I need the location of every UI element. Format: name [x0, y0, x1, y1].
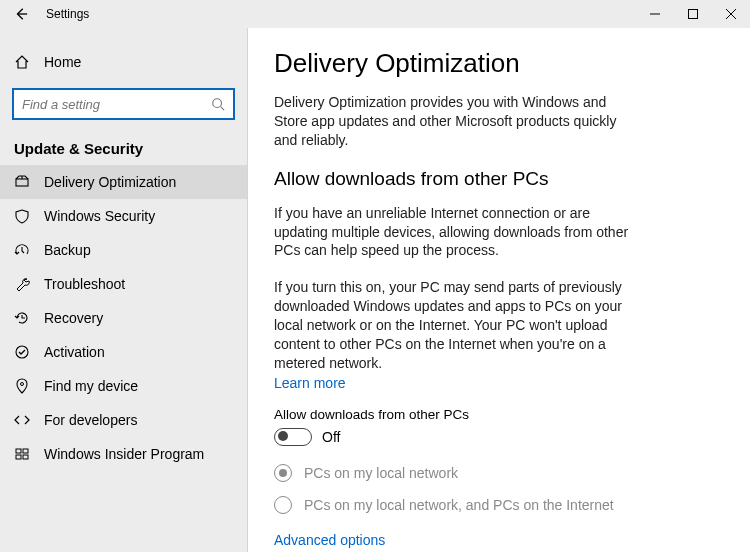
svg-rect-2 [16, 179, 28, 186]
sidebar-item-label: Troubleshoot [44, 276, 125, 292]
svg-point-4 [21, 383, 24, 386]
home-label: Home [44, 54, 81, 70]
advanced-options-link[interactable]: Advanced options [274, 532, 724, 548]
settings-window: Settings Home [0, 0, 750, 552]
sidebar-item-label: Backup [44, 242, 91, 258]
back-button[interactable] [14, 7, 28, 21]
sidebar-item-label: Windows Insider Program [44, 446, 204, 462]
sidebar-item-label: Delivery Optimization [44, 174, 176, 190]
search-input[interactable] [22, 97, 211, 112]
svg-rect-8 [23, 455, 28, 459]
svg-point-3 [16, 346, 28, 358]
home-icon [14, 54, 30, 70]
svg-rect-0 [689, 10, 698, 19]
sidebar-item-find-my-device[interactable]: Find my device [0, 369, 247, 403]
sidebar-item-windows-security[interactable]: Windows Security [0, 199, 247, 233]
titlebar: Settings [0, 0, 750, 28]
window-title: Settings [46, 7, 89, 21]
main-panel: Delivery Optimization Delivery Optimizat… [248, 28, 750, 552]
window-controls [636, 0, 750, 28]
search-container [0, 78, 247, 128]
allow-downloads-toggle[interactable] [274, 428, 312, 446]
intro-text: Delivery Optimization provides you with … [274, 93, 634, 150]
titlebar-left: Settings [0, 7, 89, 21]
backup-icon [14, 242, 30, 258]
home-nav[interactable]: Home [0, 46, 247, 78]
arrow-left-icon [14, 7, 28, 21]
sidebar-item-label: Activation [44, 344, 105, 360]
sidebar-item-activation[interactable]: Activation [0, 335, 247, 369]
search-box[interactable] [12, 88, 235, 120]
svg-rect-7 [16, 455, 21, 459]
radio-option-internet[interactable]: PCs on my local network, and PCs on the … [274, 496, 724, 514]
svg-point-1 [213, 99, 222, 108]
wrench-icon [14, 276, 30, 292]
location-icon [14, 378, 30, 394]
paragraph-1: If you have an unreliable Internet conne… [274, 204, 634, 261]
content-row: Home Update & Security Delivery Optimiza… [0, 28, 750, 552]
sidebar-item-troubleshoot[interactable]: Troubleshoot [0, 267, 247, 301]
check-icon [14, 344, 30, 360]
close-button[interactable] [712, 0, 750, 28]
learn-more-link[interactable]: Learn more [274, 375, 346, 391]
nav-list: Delivery Optimization Windows Security B… [0, 165, 247, 471]
toggle-state-text: Off [322, 429, 340, 445]
page-title: Delivery Optimization [274, 48, 724, 79]
sidebar: Home Update & Security Delivery Optimiza… [0, 28, 248, 552]
paragraph-2: If you turn this on, your PC may send pa… [274, 278, 634, 372]
minimize-icon [650, 9, 660, 19]
toggle-knob [278, 431, 288, 441]
code-icon [14, 412, 30, 428]
history-icon [14, 310, 30, 326]
sidebar-item-recovery[interactable]: Recovery [0, 301, 247, 335]
svg-rect-5 [16, 449, 21, 453]
sidebar-group-header: Update & Security [0, 128, 247, 165]
sidebar-item-label: Recovery [44, 310, 103, 326]
shield-icon [14, 208, 30, 224]
svg-rect-6 [23, 449, 28, 453]
radio-label: PCs on my local network, and PCs on the … [304, 497, 614, 513]
minimize-button[interactable] [636, 0, 674, 28]
radio-icon [274, 496, 292, 514]
toggle-label: Allow downloads from other PCs [274, 407, 724, 422]
radio-label: PCs on my local network [304, 465, 458, 481]
sidebar-item-for-developers[interactable]: For developers [0, 403, 247, 437]
sidebar-item-delivery-optimization[interactable]: Delivery Optimization [0, 165, 247, 199]
toggle-row: Off [274, 428, 724, 446]
sidebar-item-windows-insider[interactable]: Windows Insider Program [0, 437, 247, 471]
sidebar-item-label: For developers [44, 412, 137, 428]
radio-option-local[interactable]: PCs on my local network [274, 464, 724, 482]
search-icon [211, 97, 225, 111]
section-heading: Allow downloads from other PCs [274, 168, 724, 190]
sidebar-item-label: Find my device [44, 378, 138, 394]
radio-icon [274, 464, 292, 482]
insider-icon [14, 446, 30, 462]
maximize-icon [688, 9, 698, 19]
delivery-icon [14, 174, 30, 190]
sidebar-item-label: Windows Security [44, 208, 155, 224]
maximize-button[interactable] [674, 0, 712, 28]
close-icon [726, 9, 736, 19]
sidebar-item-backup[interactable]: Backup [0, 233, 247, 267]
